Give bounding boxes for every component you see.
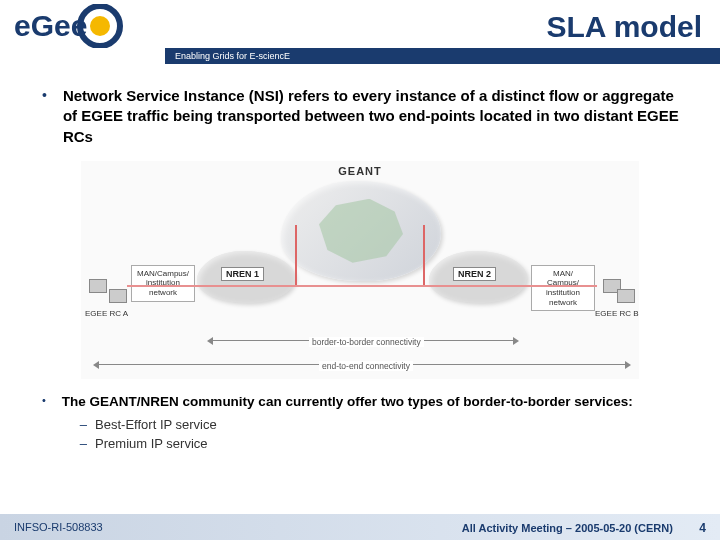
sub-item-1-text: Best-Effort IP service bbox=[95, 417, 217, 432]
bullet-2-text: The GEANT/NREN community can currently o… bbox=[62, 394, 633, 409]
header-band: Enabling Grids for E-sciencE bbox=[165, 48, 720, 64]
egee-logo: eGee bbox=[12, 4, 152, 48]
bullet-1: • Network Service Instance (NSI) refers … bbox=[32, 86, 688, 147]
man-a-box: MAN/Campus/ institution network bbox=[131, 265, 195, 302]
sub-item-2-text: Premium IP service bbox=[95, 436, 207, 451]
dash-icon: – bbox=[80, 436, 87, 451]
footer-right: All Activity Meeting – 2005-05-20 (CERN) bbox=[462, 522, 673, 534]
rc-b-label: EGEE RC B bbox=[595, 309, 639, 318]
computer-icon bbox=[109, 289, 127, 303]
bullet-2: • The GEANT/NREN community can currently… bbox=[32, 393, 688, 454]
computer-icon bbox=[617, 289, 635, 303]
nren2-label: NREN 2 bbox=[453, 267, 496, 281]
bullet-2-wrap: The GEANT/NREN community can currently o… bbox=[62, 393, 688, 454]
tagline: Enabling Grids for E-sciencE bbox=[175, 51, 290, 61]
nren1-label: NREN 1 bbox=[221, 267, 264, 281]
slide-title: SLA model bbox=[546, 10, 702, 44]
network-diagram: GEANT NREN 1 NREN 2 MAN/Campus/ institut… bbox=[81, 161, 639, 379]
conn-line bbox=[423, 225, 425, 285]
svg-point-1 bbox=[90, 16, 110, 36]
man-b-box: MAN/ Campus/ institution network bbox=[531, 265, 595, 311]
border-conn-label: border-to-border connectivity bbox=[309, 337, 424, 347]
footer-left: INFSO-RI-508833 bbox=[14, 521, 103, 533]
sub-item-1: –Best-Effort IP service bbox=[80, 415, 688, 435]
sub-list: –Best-Effort IP service –Premium IP serv… bbox=[80, 415, 688, 454]
page-number: 4 bbox=[699, 521, 706, 535]
conn-line bbox=[127, 285, 597, 287]
dash-icon: – bbox=[80, 417, 87, 432]
slide-footer: INFSO-RI-508833 All Activity Meeting – 2… bbox=[0, 514, 720, 540]
bullet-1-text: Network Service Instance (NSI) refers to… bbox=[63, 86, 688, 147]
sub-item-2: –Premium IP service bbox=[80, 434, 688, 454]
bullet-dot-icon: • bbox=[42, 86, 47, 147]
rc-a-label: EGEE RC A bbox=[85, 309, 128, 318]
slide-header: eGee SLA model Enabling Grids for E-scie… bbox=[0, 0, 720, 62]
slide-content: • Network Service Instance (NSI) refers … bbox=[0, 62, 720, 454]
conn-line bbox=[295, 225, 297, 285]
end-conn-label: end-to-end connectivity bbox=[319, 361, 413, 371]
svg-text:eGee: eGee bbox=[14, 9, 87, 42]
bullet-dot-icon: • bbox=[42, 393, 46, 454]
computer-icon bbox=[89, 279, 107, 293]
geant-label: GEANT bbox=[338, 165, 382, 177]
